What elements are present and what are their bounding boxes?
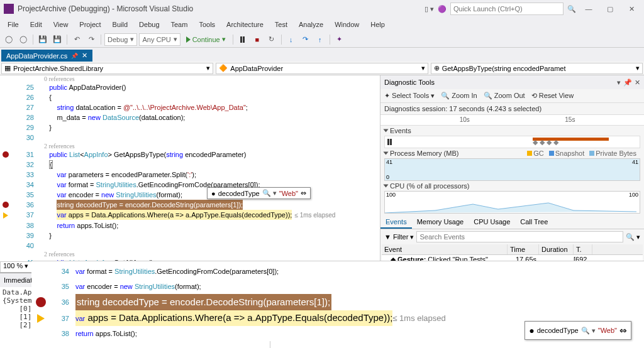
menu-build[interactable]: Build: [108, 19, 133, 30]
tab-events[interactable]: Events: [380, 216, 412, 229]
minimize-button[interactable]: —: [580, 3, 597, 15]
method-selector[interactable]: ⊕ GetAppsByType(string encodedParamet▾: [431, 63, 643, 74]
timeline-ruler[interactable]: 10s 15s: [380, 114, 644, 126]
perf-tip[interactable]: ≤ 1ms elapsed: [294, 212, 335, 219]
menu-team[interactable]: Team: [166, 19, 193, 30]
menu-bar: File Edit View Project Build Debug Team …: [0, 18, 644, 31]
tab-cpu[interactable]: CPU Usage: [469, 216, 515, 229]
config-select[interactable]: Debug ▾: [104, 33, 137, 46]
search-icon[interactable]: 🔍: [567, 5, 576, 13]
zoom-in-button[interactable]: 🔍 Zoom In: [441, 92, 477, 100]
stop-icon[interactable]: ■: [251, 33, 264, 46]
quick-launch-input[interactable]: [450, 3, 564, 15]
select-tools[interactable]: ✦ Select Tools ▾: [384, 92, 435, 100]
menu-analyze[interactable]: Analyze: [294, 19, 328, 30]
project-selector[interactable]: ▦ ProjectArchive.SharedLibrary▾: [1, 63, 213, 74]
code-editor[interactable]: 0 references 25 public AppDataProvider()…: [0, 75, 380, 273]
dropdown-icon[interactable]: ▾: [617, 79, 621, 87]
menu-test[interactable]: Test: [270, 19, 292, 30]
close-icon[interactable]: ✕: [635, 79, 640, 87]
save-icon[interactable]: 💾: [36, 33, 49, 46]
menu-help[interactable]: Help: [365, 19, 390, 30]
tab-label: AppDataProvider.cs: [6, 52, 67, 60]
datatip-big[interactable]: ● decodedType 🔍 ▾ "Web" ⇔: [525, 321, 631, 340]
memory-chart[interactable]: 41410: [384, 158, 640, 181]
vs-logo-icon: [4, 4, 14, 14]
step-into-icon[interactable]: ↓: [285, 33, 297, 46]
breakpoint-icon[interactable]: [3, 202, 9, 208]
menu-edit[interactable]: Edit: [25, 19, 47, 30]
breakpoint-icon[interactable]: [36, 297, 46, 307]
codelens[interactable]: 2 references: [0, 143, 380, 150]
feedback-icon[interactable]: 🟣: [438, 5, 447, 13]
menu-project[interactable]: Project: [74, 19, 106, 30]
pin-icon[interactable]: 📌: [623, 79, 632, 87]
intellitrace-icon[interactable]: ✦: [333, 33, 346, 46]
menu-debug[interactable]: Debug: [134, 19, 164, 30]
codelens[interactable]: 2 references: [0, 251, 380, 258]
menu-architecture[interactable]: Architecture: [221, 19, 269, 30]
search-icon[interactable]: 🔍 ▾: [626, 233, 640, 241]
cpu-label[interactable]: CPU (% of all processors): [390, 182, 470, 190]
notification-icon[interactable]: ▯ ▾: [425, 5, 434, 13]
tab-close-icon[interactable]: ✕: [82, 52, 87, 60]
undo-icon[interactable]: ↶: [70, 33, 83, 46]
step-out-icon[interactable]: ↑: [314, 33, 326, 46]
menu-view[interactable]: View: [48, 19, 74, 30]
memory-label[interactable]: Process Memory (MB): [390, 150, 458, 157]
zoomed-code: 34var format = StringUtilities.GetEncodi…: [31, 261, 644, 341]
pin-icon[interactable]: 📌: [71, 53, 78, 59]
redo-icon[interactable]: ↷: [85, 33, 97, 46]
step-over-icon[interactable]: ↷: [299, 33, 312, 46]
events-label[interactable]: Events: [390, 127, 411, 134]
diag-title: Diagnostic Tools: [384, 79, 435, 86]
menu-window[interactable]: Window: [330, 19, 364, 30]
nav-back-icon[interactable]: ◯: [3, 33, 15, 46]
window-title: ProjectArchive (Debugging) - Microsoft V…: [18, 4, 193, 13]
menu-tools[interactable]: Tools: [194, 19, 220, 30]
datatip[interactable]: ● decodedType 🔍 ▾ "Web" ⇔: [207, 187, 311, 199]
cpu-chart[interactable]: 100100: [384, 191, 640, 214]
close-button[interactable]: ✕: [623, 3, 640, 15]
save-all-icon[interactable]: 💾: [51, 33, 64, 46]
platform-select[interactable]: Any CPU ▾: [139, 33, 180, 46]
codelens[interactable]: 0 references: [0, 75, 380, 82]
menu-file[interactable]: File: [3, 19, 24, 30]
breakpoint-icon[interactable]: [3, 151, 9, 158]
session-info: Diagnostics session: 17 seconds (4.243 s…: [380, 103, 644, 114]
restart-icon[interactable]: ↻: [265, 33, 278, 46]
maximize-button[interactable]: ▢: [601, 3, 619, 15]
pause-icon[interactable]: [236, 33, 249, 46]
file-tab[interactable]: AppDataProvider.cs 📌 ✕: [1, 50, 92, 62]
events-track[interactable]: ◆ ◆ ◆ ◆: [384, 136, 640, 148]
nav-fwd-icon[interactable]: ◯: [17, 33, 30, 46]
continue-button[interactable]: Continue ▾: [182, 35, 230, 43]
tab-memory[interactable]: Memory Usage: [412, 216, 469, 229]
zoom-out-button[interactable]: 🔍 Zoom Out: [484, 92, 525, 100]
class-selector[interactable]: 🔶 AppDataProvider▾: [216, 63, 428, 74]
search-events-input[interactable]: [416, 231, 623, 242]
current-line-icon: [3, 212, 8, 219]
filter-button[interactable]: ▼ Filter ▾: [384, 233, 414, 241]
current-line-icon: [37, 314, 45, 323]
reset-view-button[interactable]: ⟲ Reset View: [531, 92, 574, 100]
events-table[interactable]: EventTimeDurationT. ◆ Gesture: Clicked "…: [382, 244, 643, 261]
tab-calltree[interactable]: Call Tree: [515, 216, 553, 229]
